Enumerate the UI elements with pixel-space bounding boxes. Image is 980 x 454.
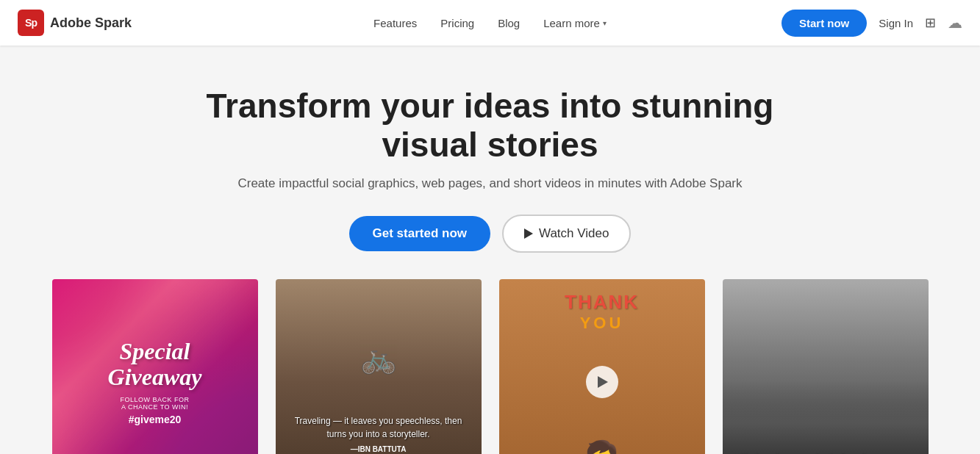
- card-photo-story-wrapper: Life is a journey in Bohemia 2018/2/29—3…: [723, 279, 929, 454]
- nav-pricing[interactable]: Pricing: [440, 17, 474, 29]
- card-pitch-thank: THANK: [565, 291, 639, 314]
- navbar: Sp Adobe Spark Features Pricing Blog Lea…: [0, 0, 980, 46]
- sign-in-link[interactable]: Sign In: [879, 17, 913, 29]
- city-silhouette-decoration: [723, 382, 929, 454]
- watch-video-button[interactable]: Watch Video: [502, 215, 631, 253]
- nav-links: Features Pricing Blog Learn more ▾: [373, 17, 607, 29]
- brand-name: Adobe Spark: [50, 15, 132, 31]
- hero-buttons: Get started now Watch Video: [15, 215, 965, 253]
- get-started-button[interactable]: Get started now: [349, 216, 490, 251]
- child-illustration: 🧒: [585, 439, 618, 454]
- cards-section: Special Giveaway FOLLOW BACK FORA CHANCE…: [0, 279, 980, 454]
- card-announcement-wrapper: Special Giveaway FOLLOW BACK FORA CHANCE…: [52, 279, 258, 454]
- video-play-button[interactable]: [586, 366, 618, 398]
- card-quote-author: —IBN BATTUTA: [351, 445, 407, 453]
- nav-learn-more[interactable]: Learn more ▾: [543, 17, 607, 29]
- card-quote[interactable]: 🚲 Traveling — it leaves you speechless, …: [276, 279, 482, 454]
- card-pitch-you: YOU: [565, 314, 639, 333]
- card-announcement-hashtag: #giveme20: [129, 414, 182, 425]
- play-icon: [524, 228, 533, 239]
- logo-icon: Sp: [18, 10, 44, 36]
- card-announcement[interactable]: Special Giveaway FOLLOW BACK FORA CHANCE…: [52, 279, 258, 454]
- hero-section: Transform your ideas into stunning visua…: [0, 46, 980, 279]
- card-pitch[interactable]: THANK YOU 🧒: [499, 279, 705, 454]
- bike-illustration: 🚲: [360, 341, 397, 375]
- cloud-icon[interactable]: ☁: [948, 14, 962, 32]
- card-pitch-wrapper: THANK YOU 🧒 Pitch: [499, 279, 705, 454]
- start-now-button[interactable]: Start now: [782, 10, 867, 37]
- card-quote-wrapper: 🚲 Traveling — it leaves you speechless, …: [276, 279, 482, 454]
- card-pitch-content: THANK YOU: [565, 291, 639, 333]
- nav-blog[interactable]: Blog: [498, 17, 520, 29]
- card-announcement-title: Special Giveaway: [108, 339, 202, 390]
- play-triangle-icon: [598, 376, 608, 388]
- chevron-down-icon: ▾: [603, 19, 607, 27]
- card-announcement-sub: FOLLOW BACK FORA CHANCE TO WIN!: [120, 396, 189, 411]
- hero-subtitle: Create impactful social graphics, web pa…: [15, 176, 965, 191]
- card-photo-story[interactable]: Life is a journey in Bohemia 2018/2/29—3…: [723, 279, 929, 454]
- nav-features[interactable]: Features: [373, 17, 417, 29]
- nav-right-area: Start now Sign In ⊞ ☁: [782, 10, 962, 37]
- hero-title: Transform your ideas into stunning visua…: [160, 87, 821, 165]
- grid-icon[interactable]: ⊞: [925, 15, 936, 31]
- brand-area: Sp Adobe Spark: [18, 10, 132, 36]
- card-quote-text: Traveling — it leaves you speechless, th…: [290, 414, 467, 441]
